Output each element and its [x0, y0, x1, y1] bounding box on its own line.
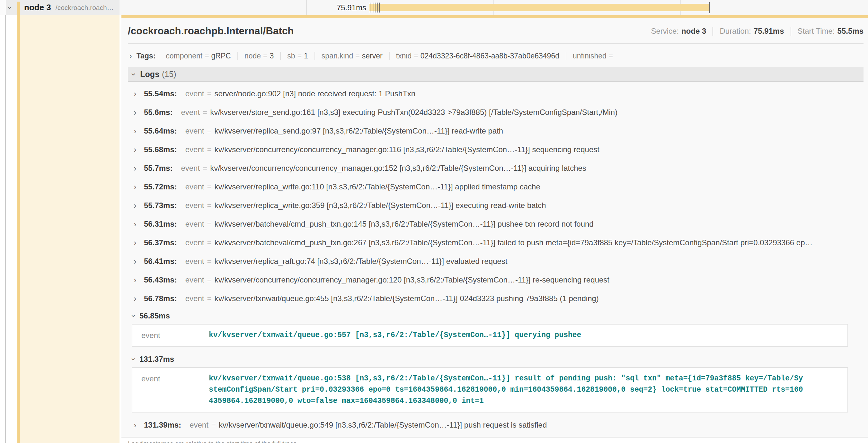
chevron-down-icon[interactable]: ›: [129, 358, 138, 361]
log-value: kv/kvserver/txnwait/queue.go:455 [n3,s3,…: [214, 294, 598, 303]
log-tick-marker: [374, 3, 374, 12]
chevron-down-icon[interactable]: ›: [129, 315, 138, 317]
logs-title: Logs: [140, 70, 159, 79]
logs-section-header[interactable]: › Logs (15): [128, 67, 864, 82]
meta-duration-label: Duration:: [720, 27, 751, 36]
log-tick-marker-end: [709, 2, 710, 13]
log-value: kv/kvserver/replica_raft.go:74 [n3,s3,r6…: [214, 257, 507, 266]
log-row[interactable]: ›56.78ms:event=kv/kvserver/txnwait/queue…: [128, 289, 864, 308]
span-detail-header: /cockroach.roachpb.Internal/Batch Servic…: [128, 18, 864, 37]
equals-sign: =: [207, 275, 211, 284]
log-value: kv/kvserver/batcheval/cmd_push_txn.go:26…: [214, 238, 812, 247]
chevron-right-icon: ›: [134, 126, 141, 136]
log-timestamp: 131.39ms:: [144, 420, 181, 430]
spacer: [128, 347, 864, 351]
log-timestamp: 56.41ms:: [144, 257, 177, 266]
span-operation-name: /cockroach.roach…: [56, 4, 114, 11]
equals-sign: =: [207, 182, 211, 191]
tag-span-kind: span.kind=server: [314, 52, 389, 60]
equals-sign: =: [211, 420, 216, 430]
log-value: kv/kvserver/replica_send.go:97 [n3,s3,r6…: [214, 127, 503, 135]
log-key: event: [185, 238, 204, 247]
timeline-left-divider: [5, 0, 6, 443]
log-tick-marker: [375, 3, 376, 12]
equals-sign: =: [207, 294, 211, 303]
log-tick-marker: [370, 3, 370, 12]
log-row[interactable]: ›55.6ms:event=kv/kvserver/store_send.go:…: [128, 103, 864, 122]
expanded-log-row-header[interactable]: › 56.85ms: [128, 308, 864, 324]
meta-start-label: Start Time:: [798, 27, 835, 36]
log-value: kv/kvserver/concurrency/concurrency_mana…: [210, 164, 586, 173]
span-timeline-track[interactable]: 75.91ms: [120, 0, 868, 15]
log-row[interactable]: ›56.31ms:event=kv/kvserver/batcheval/cmd…: [128, 215, 864, 233]
span-service-name: node 3: [24, 3, 51, 12]
log-tick-marker: [379, 3, 380, 12]
log-value: kv/kvserver/txnwait/queue.go:549 [n3,s3,…: [219, 420, 547, 430]
log-key: event: [185, 89, 204, 98]
chevron-right-icon: ›: [134, 275, 141, 285]
meta-service-value: node 3: [681, 27, 706, 36]
chevron-right-icon: ›: [134, 182, 141, 192]
equals-sign: =: [203, 108, 207, 117]
span-duration-bar[interactable]: [369, 4, 709, 11]
meta-service-label: Service:: [651, 27, 679, 36]
chevron-right-icon: ›: [134, 107, 141, 117]
spacer: [128, 412, 864, 416]
chevron-right-icon: ›: [134, 294, 141, 304]
log-timestamp: 56.31ms:: [144, 219, 177, 229]
log-timestamp: 55.7ms:: [144, 164, 173, 173]
log-row[interactable]: ›131.39ms:event=kv/kvserver/txnwait/queu…: [128, 416, 864, 434]
tag-node: node=3: [238, 52, 280, 60]
log-tick-marker: [377, 3, 378, 12]
chevron-right-icon: ›: [134, 219, 141, 229]
chevron-right-icon: ›: [134, 145, 141, 155]
log-row[interactable]: ›55.64ms:event=kv/kvserver/replica_send.…: [128, 122, 864, 140]
log-row[interactable]: ›55.73ms:event=kv/kvserver/replica_write…: [128, 196, 864, 215]
chevron-right-icon[interactable]: ›: [129, 51, 132, 61]
equals-sign: =: [207, 238, 211, 247]
log-timestamp: 55.72ms:: [144, 182, 177, 191]
tag-unfinished: unfinished=: [566, 52, 622, 60]
log-value: server/node.go:902 [n3] node received re…: [214, 89, 415, 98]
span-name-cell[interactable]: node 3 /cockroach.roach…: [6, 0, 120, 15]
tags-row[interactable]: › Tags: component=gRPC node=3 sb=1 span.…: [128, 49, 864, 63]
equals-sign: =: [207, 145, 211, 154]
meta-divider: [790, 27, 791, 36]
log-key: event: [185, 275, 204, 284]
log-row[interactable]: ›56.37ms:event=kv/kvserver/batcheval/cmd…: [128, 233, 864, 252]
equals-sign: =: [207, 257, 211, 266]
meta-divider: [713, 27, 713, 36]
log-timestamp: 55.68ms:: [144, 145, 177, 154]
log-key: event: [185, 257, 204, 266]
log-value: kv/kvserver/replica_write.go:110 [n3,s3,…: [214, 182, 540, 191]
log-key: event: [189, 420, 209, 430]
log-timestamp: 55.54ms:: [144, 89, 177, 98]
equals-sign: =: [207, 219, 211, 229]
log-timestamp: 56.78ms:: [144, 294, 177, 303]
span-detail-panel: /cockroach.roachpb.Internal/Batch Servic…: [121, 15, 868, 438]
chevron-down-icon[interactable]: ›: [129, 73, 138, 75]
log-row[interactable]: ›55.7ms:event=kv/kvserver/concurrency/co…: [128, 159, 864, 177]
log-tick-marker: [372, 3, 372, 12]
log-row[interactable]: ›56.43ms:event=kv/kvserver/concurrency/c…: [128, 271, 864, 289]
log-timestamp: 55.6ms:: [144, 108, 173, 117]
chevron-right-icon: ›: [134, 163, 141, 173]
log-timestamp: 55.73ms:: [144, 201, 177, 210]
collapse-all-chevron-icon[interactable]: ›: [5, 6, 15, 9]
log-row[interactable]: ›55.68ms:event=kv/kvserver/concurrency/c…: [128, 140, 864, 159]
log-row[interactable]: ›55.54ms:event=server/node.go:902 [n3] n…: [128, 84, 864, 103]
log-timestamp: 131.37ms: [140, 355, 174, 364]
equals-sign: =: [207, 89, 211, 98]
equals-sign: =: [207, 201, 211, 210]
selected-span-row-highlight: [20, 15, 120, 443]
log-key: event: [181, 164, 200, 173]
log-event-value: kv/kvserver/txnwait/queue.go:538 [n3,s3,…: [209, 373, 813, 407]
log-event-detail: event kv/kvserver/txnwait/queue.go:538 […: [132, 367, 848, 412]
log-row[interactable]: ›56.41ms:event=kv/kvserver/replica_raft.…: [128, 252, 864, 271]
tags-label: Tags:: [136, 52, 156, 60]
log-row[interactable]: ›55.72ms:event=kv/kvserver/replica_write…: [128, 177, 864, 196]
span-duration-label: 75.91ms: [293, 0, 366, 15]
log-value: kv/kvserver/concurrency/concurrency_mana…: [214, 275, 610, 284]
expanded-log-row-header[interactable]: › 131.37ms: [128, 351, 864, 367]
log-key: event: [185, 182, 204, 191]
